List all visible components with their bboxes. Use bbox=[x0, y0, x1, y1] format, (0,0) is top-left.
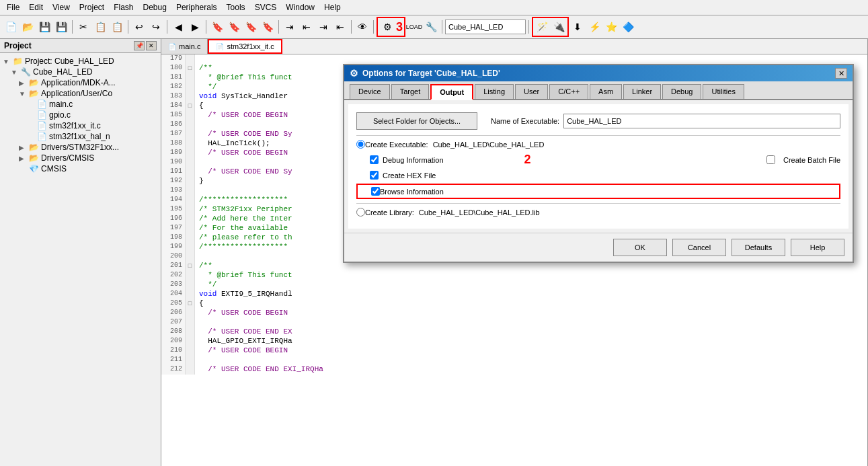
tree-item[interactable]: ▼ 📁 Project: Cube_HAL_LED bbox=[0, 56, 161, 67]
tab-user[interactable]: User bbox=[515, 84, 548, 99]
menu-file[interactable]: File bbox=[3, 1, 24, 13]
select-folder-btn[interactable]: Select Folder for Objects... bbox=[356, 112, 477, 130]
tab-output[interactable]: Output bbox=[430, 84, 473, 100]
target-btn[interactable]: 🔧 bbox=[423, 19, 439, 35]
create-exec-radio[interactable] bbox=[356, 140, 365, 149]
line-expand[interactable]: □ bbox=[186, 299, 195, 309]
menu-help[interactable]: Help bbox=[320, 1, 345, 13]
tree-item[interactable]: 📄 stm32f1xx_hal_n bbox=[0, 131, 161, 142]
tree-item[interactable]: 💎 CMSIS bbox=[0, 163, 161, 174]
menu-flash[interactable]: Flash bbox=[110, 1, 137, 13]
save-all-btn[interactable]: 💾 bbox=[53, 19, 69, 35]
line-expand[interactable]: □ bbox=[186, 262, 195, 271]
view-btn[interactable]: 👁 bbox=[354, 19, 370, 35]
line-number: 193 bbox=[161, 186, 186, 196]
menu-window[interactable]: Window bbox=[282, 1, 319, 13]
magic-wand-btn[interactable]: 🪄 bbox=[534, 19, 550, 35]
tree-item[interactable]: ▶ 📂 Application/MDK-A... bbox=[0, 77, 161, 88]
unindent2-btn[interactable]: ⇤ bbox=[332, 19, 348, 35]
tab-cpp[interactable]: C/C++ bbox=[549, 84, 588, 99]
menu-project[interactable]: Project bbox=[75, 1, 108, 13]
bookmark3-btn[interactable]: 🔖 bbox=[243, 19, 259, 35]
tab-main-c[interactable]: 📄 main.c bbox=[161, 39, 208, 54]
tree-item[interactable]: ▶ 📂 Drivers/STM32F1xx... bbox=[0, 142, 161, 153]
indent-btn[interactable]: ⇥ bbox=[282, 19, 298, 35]
undo-btn[interactable]: ↩ bbox=[131, 19, 147, 35]
bookmark-btn[interactable]: 🔖 bbox=[209, 19, 225, 35]
tree-item[interactable]: ▼ 📂 Application/User/Co bbox=[0, 88, 161, 99]
exe-input[interactable]: Cube_HAL_LED bbox=[563, 114, 840, 128]
unindent-btn[interactable]: ⇤ bbox=[299, 19, 315, 35]
line-number: 201 bbox=[161, 262, 186, 271]
dialog-close-btn[interactable]: ✕ bbox=[835, 68, 847, 79]
bookmark4-btn[interactable]: 🔖 bbox=[260, 19, 276, 35]
create-batch-checkbox[interactable] bbox=[766, 155, 775, 164]
chip-btn[interactable]: 🔌 bbox=[551, 19, 567, 35]
tree-item[interactable]: ▼ 🔧 Cube_HAL_LED bbox=[0, 67, 161, 77]
line-number: 181 bbox=[161, 73, 186, 83]
tree-item[interactable]: 📄 gpio.c bbox=[0, 110, 161, 120]
tab-stm32-it[interactable]: 📄 stm32f1xx_it.c bbox=[208, 39, 282, 54]
menu-edit[interactable]: Edit bbox=[25, 1, 47, 13]
redo-btn[interactable]: ↪ bbox=[148, 19, 164, 35]
load-btn[interactable]: LOAD bbox=[406, 19, 422, 35]
nav-fwd-btn[interactable]: ▶ bbox=[187, 19, 203, 35]
tab-listing[interactable]: Listing bbox=[475, 84, 514, 99]
menu-tools[interactable]: Tools bbox=[223, 1, 249, 13]
line-expand[interactable]: □ bbox=[186, 102, 195, 111]
paste-btn[interactable]: 📋 bbox=[109, 19, 125, 35]
line-expand bbox=[186, 318, 195, 327]
dialog-tab-bar: Device Target Output Listing User C/C++ … bbox=[344, 81, 853, 100]
indent2-btn[interactable]: ⇥ bbox=[315, 19, 331, 35]
file-icon: 📄 bbox=[37, 100, 47, 109]
line-expand bbox=[186, 365, 195, 375]
browse-info-label: Browse Information bbox=[380, 188, 444, 196]
bookmark2-btn[interactable]: 🔖 bbox=[226, 19, 242, 35]
debug-info-checkbox[interactable] bbox=[370, 155, 379, 164]
help-btn[interactable]: Help bbox=[791, 239, 844, 256]
tree-item[interactable]: ▶ 📂 Drivers/CMSIS bbox=[0, 153, 161, 163]
ok-btn[interactable]: OK bbox=[613, 239, 667, 256]
cube-btn[interactable]: 🔷 bbox=[620, 19, 636, 35]
sidebar-close-btn[interactable]: ✕ bbox=[146, 41, 157, 50]
menu-debug[interactable]: Debug bbox=[139, 1, 171, 13]
open-btn[interactable]: 📂 bbox=[19, 19, 36, 35]
download-btn[interactable]: ⬇ bbox=[569, 19, 586, 35]
line-number: 203 bbox=[161, 280, 186, 290]
tree-item[interactable]: 📄 main.c bbox=[0, 99, 161, 110]
create-hex-checkbox[interactable] bbox=[370, 171, 379, 180]
create-lib-radio[interactable] bbox=[356, 208, 365, 217]
sidebar-pin-btn[interactable]: 📌 bbox=[134, 41, 145, 50]
save-btn[interactable]: 💾 bbox=[36, 19, 52, 35]
config-btn[interactable]: ⚡ bbox=[586, 19, 602, 35]
tree-item-label: Drivers/STM32F1xx... bbox=[41, 143, 119, 152]
tab-device[interactable]: Device bbox=[350, 84, 390, 99]
copy-btn[interactable]: 📋 bbox=[92, 19, 108, 35]
menu-view[interactable]: View bbox=[48, 1, 74, 13]
star-btn[interactable]: ⭐ bbox=[603, 19, 619, 35]
defaults-btn[interactable]: Defaults bbox=[732, 239, 785, 256]
nav-back-btn[interactable]: ◀ bbox=[170, 19, 186, 35]
line-number: 180 bbox=[161, 64, 186, 73]
tab-utilities[interactable]: Utilities bbox=[703, 84, 744, 99]
file-icon: 📄 bbox=[37, 132, 47, 141]
project-btn[interactable]: ⚙ bbox=[379, 19, 395, 35]
line-expand[interactable] bbox=[186, 54, 195, 64]
line-number: 196 bbox=[161, 215, 186, 224]
menu-peripherals[interactable]: Peripherals bbox=[172, 1, 221, 13]
line-expand[interactable]: □ bbox=[186, 64, 195, 73]
dialog-title: Options for Target 'Cube_HAL_LED' bbox=[362, 69, 500, 78]
tab-asm[interactable]: Asm bbox=[590, 84, 622, 99]
target-input[interactable]: Cube_HAL_LED bbox=[445, 20, 526, 34]
cut-btn[interactable]: ✂ bbox=[75, 19, 91, 35]
tree-item[interactable]: 📄 stm32f1xx_it.c bbox=[0, 120, 161, 131]
menu-svcs[interactable]: SVCS bbox=[251, 1, 281, 13]
browse-info-checkbox[interactable] bbox=[371, 187, 380, 196]
tab-debug[interactable]: Debug bbox=[662, 84, 701, 99]
sidebar-controls: 📌 ✕ bbox=[134, 41, 157, 50]
tab-linker[interactable]: Linker bbox=[623, 84, 661, 99]
new-file-btn[interactable]: 📄 bbox=[3, 19, 19, 35]
cancel-btn[interactable]: Cancel bbox=[672, 239, 726, 256]
sep8 bbox=[442, 20, 442, 34]
tab-target[interactable]: Target bbox=[391, 84, 430, 99]
